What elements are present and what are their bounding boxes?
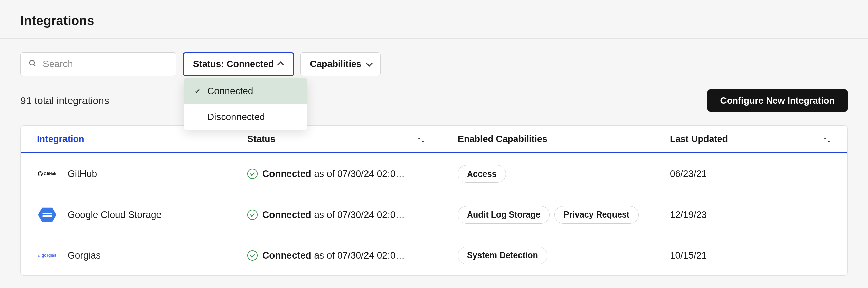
status-connected-icon: [247, 210, 258, 220]
chevron-down-icon: [366, 60, 373, 67]
capability-badge: Access: [458, 165, 506, 183]
table-row[interactable]: ⌂ gorgias Gorgias Connected as of 07/30/…: [21, 235, 847, 275]
status-option-connected[interactable]: ✓ Connected: [184, 78, 307, 104]
chevron-up-icon: [277, 61, 284, 68]
capability-badge: System Detection: [458, 247, 547, 264]
capability-badge: Privacy Request: [554, 206, 639, 224]
status-text: Connected as of 07/30/24 02:0…: [262, 209, 405, 220]
col-header-capabilities[interactable]: Enabled Capabilities: [441, 126, 654, 152]
status-text: Connected as of 07/30/24 02:0…: [262, 168, 405, 179]
last-updated: 06/23/21: [670, 168, 707, 179]
col-header-label: Status: [247, 134, 417, 144]
capabilities-filter-label: Capabilities: [310, 59, 362, 69]
status-option-disconnected[interactable]: Disconnected: [184, 104, 307, 130]
search-field-wrap: [20, 52, 176, 76]
table-row[interactable]: Google Cloud Storage Connected as of 07/…: [21, 194, 847, 235]
col-header-updated[interactable]: Last Updated ↑↓: [654, 126, 847, 152]
col-header-label: Integration: [37, 134, 215, 144]
check-icon: ✓: [194, 86, 203, 96]
status-dropdown: ✓ Connected Disconnected: [184, 78, 307, 130]
status-text: Connected as of 07/30/24 02:0…: [262, 250, 405, 261]
last-updated: 12/19/23: [670, 209, 707, 220]
sort-icon[interactable]: ↑↓: [823, 135, 831, 144]
status-option-label: Disconnected: [207, 111, 297, 122]
table-body: GitHub GitHub Connected as of 07/30/24 0…: [21, 153, 847, 275]
last-updated: 10/15/21: [670, 250, 707, 261]
svg-point-0: [30, 60, 34, 65]
svg-line-1: [34, 64, 35, 66]
search-icon: [29, 59, 37, 69]
status-filter[interactable]: Status: Connected ✓ Connected Disconnect…: [183, 52, 294, 76]
capability-badge: Audit Log Storage: [458, 206, 550, 224]
status-filter-label: Status: Connected: [193, 59, 274, 69]
integration-name: Gorgias: [68, 250, 101, 261]
integration-name: Google Cloud Storage: [68, 209, 162, 220]
status-connected-icon: [247, 169, 258, 179]
google-cloud-storage-icon: [37, 205, 57, 225]
svg-rect-3: [43, 213, 52, 214]
page-title: Integrations: [20, 14, 848, 28]
status-connected-icon: [247, 250, 258, 261]
col-header-label: Enabled Capabilities: [458, 134, 637, 144]
svg-marker-2: [38, 207, 56, 222]
configure-new-integration-button[interactable]: Configure New Integration: [707, 89, 848, 112]
capabilities-filter[interactable]: Capabilities: [300, 52, 381, 76]
table-header-row: Integration Status ↑↓ Enabled Capabiliti…: [21, 126, 847, 153]
gorgias-icon: ⌂ gorgias: [37, 245, 57, 266]
status-option-label: Connected: [207, 86, 297, 97]
svg-rect-4: [43, 215, 52, 217]
integration-name: GitHub: [68, 168, 97, 179]
integrations-table: Integration Status ↑↓ Enabled Capabiliti…: [20, 125, 848, 276]
table-row[interactable]: GitHub GitHub Connected as of 07/30/24 0…: [21, 153, 847, 194]
search-input[interactable]: [20, 52, 176, 76]
col-header-label: Last Updated: [670, 134, 823, 144]
total-integrations-count: 91 total integrations: [20, 95, 109, 106]
github-icon: GitHub: [37, 164, 57, 184]
sort-icon[interactable]: ↑↓: [417, 135, 425, 144]
